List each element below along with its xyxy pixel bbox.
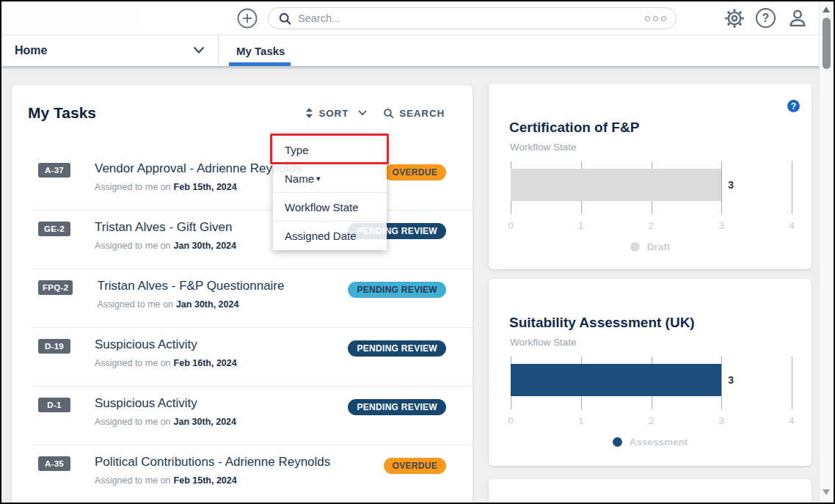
task-list: A-37 Vendor Approval - Adrienne Reynolds…	[12, 151, 473, 503]
tick-label: 4	[789, 415, 795, 426]
sort-option-label: Assigned Date	[285, 230, 357, 242]
bar-value-label: 3	[728, 179, 734, 191]
task-title: Vendor Approval - Adrienne Reynolds	[95, 161, 302, 176]
chart-bar-draft: 3	[511, 169, 721, 201]
sort-button[interactable]: SORT	[305, 108, 367, 119]
sort-option-label: Type	[285, 144, 309, 156]
legend-item-assessment[interactable]: Assessment	[489, 437, 812, 448]
assigned-date: Feb 15th, 2024	[174, 475, 237, 486]
legend-dot-icon	[630, 242, 640, 252]
settings-button[interactable]	[724, 8, 745, 29]
task-row[interactable]: A-37 Vendor Approval - Adrienne Reynolds…	[12, 151, 473, 210]
search-options-button[interactable]	[645, 16, 666, 21]
bar-chart-plot: 3	[511, 357, 792, 409]
assigned-date: Feb 16th, 2024	[174, 358, 237, 368]
assigned-prefix: Assigned to me on	[97, 299, 173, 310]
task-assigned-line: Assigned to me onFeb 16th, 2024	[95, 358, 237, 368]
sort-option-assigned-date[interactable]: Assigned Date	[273, 222, 387, 250]
plus-circle-icon	[237, 8, 258, 29]
scrollbar-thumb[interactable]	[823, 18, 831, 69]
task-main: Suspicious Activity Assigned to me onJan…	[95, 396, 236, 427]
status-badge: OVERDUE	[384, 164, 446, 180]
sort-direction-icon: ▾	[316, 174, 321, 183]
scroll-down-arrow-icon[interactable]	[823, 489, 830, 495]
chart-card-partial	[489, 479, 812, 504]
global-search-bar[interactable]	[268, 7, 677, 29]
sort-arrows-icon	[305, 108, 313, 118]
tick-label: 1	[578, 415, 584, 426]
x-axis: 0 1 2 3 4	[511, 220, 792, 232]
tick-label: 1	[578, 220, 584, 231]
task-row[interactable]: D-1 Suspicious Activity Assigned to me o…	[12, 386, 473, 445]
task-id-badge: A-37	[38, 163, 70, 178]
task-title: Political Contributions - Adrienne Reyno…	[95, 455, 330, 470]
vertical-scrollbar[interactable]	[819, 1, 834, 503]
task-main: Suspicious Activity Assigned to me onFeb…	[95, 337, 237, 368]
top-bar: ?	[1, 1, 834, 35]
active-tab-underline	[229, 62, 291, 66]
tick-label: 0	[508, 415, 514, 426]
search-icon	[278, 12, 292, 26]
task-main: Vendor Approval - Adrienne Reynolds Assi…	[95, 161, 302, 192]
task-row[interactable]: GE-2 Tristan Alves - Gift Given Assigned…	[12, 210, 473, 269]
chart-card-certification: ? Certification of F&P Workflow State 3 …	[489, 84, 812, 269]
help-button[interactable]: ?	[756, 8, 776, 29]
sort-label: SORT	[318, 108, 349, 119]
legend-item-draft[interactable]: Draft	[489, 241, 812, 252]
chevron-down-icon	[358, 110, 367, 116]
chart-title: Suitability Assessment (UK)	[509, 315, 695, 331]
assigned-date: Jan 30th, 2024	[176, 299, 238, 310]
task-title: Tristan Alves - F&P Questionnaire	[97, 279, 284, 293]
legend-label: Draft	[647, 241, 671, 252]
search-label: SEARCH	[399, 108, 445, 119]
tick-label: 3	[718, 220, 724, 231]
profile-button[interactable]	[787, 8, 808, 29]
task-main: Tristan Alves - Gift Given Assigned to m…	[95, 220, 236, 251]
sort-option-label: Workflow State	[285, 201, 359, 213]
logo-area	[7, 6, 139, 31]
scroll-up-arrow-icon[interactable]	[823, 7, 830, 12]
assigned-prefix: Assigned to me on	[95, 241, 171, 251]
sort-option-type[interactable]: Type	[273, 136, 387, 164]
bar-value-label: 3	[728, 374, 734, 386]
legend-dot-icon	[613, 437, 622, 447]
status-badge: OVERDUE	[384, 458, 446, 474]
task-assigned-line: Assigned to me onFeb 15th, 2024	[95, 182, 302, 192]
task-id-badge: D-19	[38, 339, 70, 354]
assigned-date: Feb 15th, 2024	[174, 182, 237, 192]
tick-label: 0	[508, 220, 514, 231]
bar-chart-plot: 3	[511, 161, 792, 214]
my-tasks-panel: My Tasks SORT S	[12, 85, 473, 504]
home-dropdown[interactable]: Home	[1, 35, 219, 66]
add-button[interactable]	[237, 8, 258, 29]
task-id-badge: GE-2	[38, 222, 70, 236]
task-id-badge: A-35	[38, 456, 70, 471]
person-icon	[787, 8, 808, 29]
my-tasks-header: My Tasks SORT S	[12, 85, 473, 122]
assigned-prefix: Assigned to me on	[95, 358, 171, 368]
tab-bar: Home My Tasks	[1, 35, 834, 66]
search-tasks-button[interactable]: SEARCH	[383, 108, 445, 119]
sort-option-name[interactable]: Name ▾	[273, 164, 387, 193]
tab-my-tasks[interactable]: My Tasks	[227, 35, 293, 66]
tick-label: 3	[718, 415, 724, 426]
task-id-badge: FPQ-2	[38, 280, 73, 295]
question-glyph: ?	[791, 101, 796, 112]
tick-label: 2	[649, 415, 654, 426]
assigned-prefix: Assigned to me on	[95, 182, 171, 192]
task-row[interactable]: A-35 Political Contributions - Adrienne …	[12, 445, 473, 503]
search-input[interactable]	[298, 12, 639, 24]
chart-bar-assessment: 3	[511, 364, 721, 396]
gridline	[792, 161, 792, 214]
status-badge: PENDING REVIEW	[348, 399, 446, 415]
sort-option-workflow-state[interactable]: Workflow State	[273, 193, 387, 222]
task-title: Suspicious Activity	[95, 396, 236, 411]
task-row[interactable]: FPQ-2 Tristan Alves - F&P Questionnaire …	[12, 269, 473, 327]
task-assigned-line: Assigned to me onFeb 15th, 2024	[95, 475, 330, 486]
task-row[interactable]: D-19 Suspicious Activity Assigned to me …	[12, 327, 473, 386]
tick-label: 4	[789, 220, 795, 231]
chart-help-button[interactable]: ?	[787, 100, 800, 112]
chart-subtitle: Workflow State	[510, 337, 577, 348]
search-icon	[383, 108, 394, 119]
gear-icon	[724, 8, 745, 29]
